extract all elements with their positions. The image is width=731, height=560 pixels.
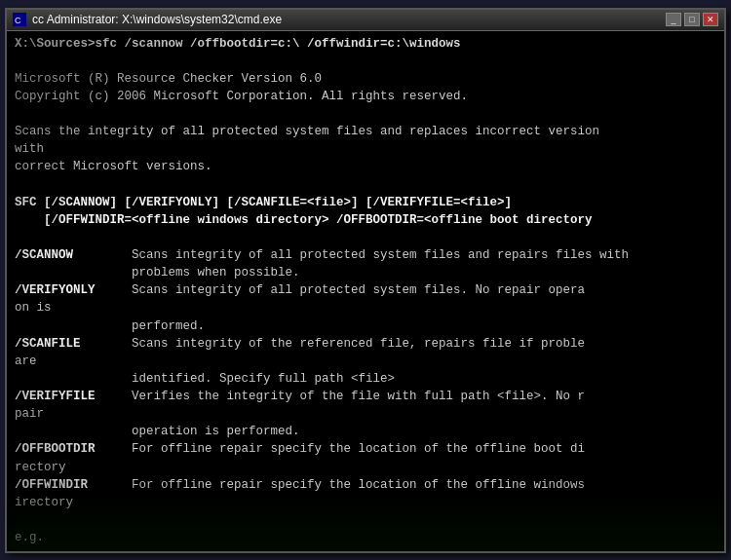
close-button[interactable]: ✕ xyxy=(703,13,718,26)
console-line: /SCANFILE Scans integrity of the referen… xyxy=(15,335,716,353)
console-line xyxy=(15,105,716,123)
console-line: [/OFFWINDIR=<offline windows directory> … xyxy=(15,211,716,229)
console-line: pair xyxy=(15,405,716,423)
console-output: X:\Sources>sfc /scannow /offbootdir=c:\ … xyxy=(15,35,716,551)
console-line: /OFFBOOTDIR For offline repair specify t… xyxy=(15,440,716,458)
console-line xyxy=(15,229,716,246)
console-line: X:\Sources>sfc /scannow /offbootdir=c:\ … xyxy=(15,35,716,53)
title-bar: C cc Administrator: X:\windows\system32\… xyxy=(7,10,724,31)
title-bar-left: C cc Administrator: X:\windows\system32\… xyxy=(13,13,282,26)
minimize-button[interactable]: _ xyxy=(666,13,681,26)
console-line: Scans the integrity of all protected sys… xyxy=(15,123,716,140)
svg-text:C: C xyxy=(15,16,21,25)
console-line xyxy=(15,53,716,70)
console-line: /SCANNOW Scans integrity of all protecte… xyxy=(15,246,716,264)
window-title: cc Administrator: X:\windows\system32\cm… xyxy=(32,13,282,26)
console-line: on is xyxy=(15,299,716,317)
console-line: /VERIFYFILE Verifies the integrity of th… xyxy=(15,388,716,405)
console-line: performed. xyxy=(15,317,716,335)
cmd-window: C cc Administrator: X:\windows\system32\… xyxy=(5,8,726,553)
title-bar-buttons: _ □ ✕ xyxy=(666,13,718,26)
console-line: Microsoft (R) Resource Checker Version 6… xyxy=(15,70,716,88)
console-line: identified. Specify full path <file> xyxy=(15,370,716,388)
maximize-button[interactable]: □ xyxy=(684,13,700,26)
console-line: correct Microsoft versions. xyxy=(15,158,716,175)
console-line: Copyright (c) 2006 Microsoft Corporation… xyxy=(15,88,716,105)
console-line: /VERIFYONLY Scans integrity of all prote… xyxy=(15,281,716,299)
console-line: with xyxy=(15,140,716,158)
console-line: problems when possible. xyxy=(15,264,716,281)
console-line: irectory xyxy=(15,494,716,511)
console-line xyxy=(15,511,716,529)
cmd-icon: C xyxy=(13,13,26,26)
console-body: X:\Sources>sfc /scannow /offbootdir=c:\ … xyxy=(7,31,724,551)
console-line: e.g. xyxy=(15,529,716,546)
console-line: SFC [/SCANNOW] [/VERIFYONLY] [/SCANFILE=… xyxy=(15,194,716,211)
console-line: operation is performed. xyxy=(15,423,716,440)
console-line: rectory xyxy=(15,459,716,476)
console-line: are xyxy=(15,353,716,370)
console-line xyxy=(15,546,716,550)
console-line: /OFFWINDIR For offline repair specify th… xyxy=(15,476,716,494)
console-line xyxy=(15,176,716,194)
